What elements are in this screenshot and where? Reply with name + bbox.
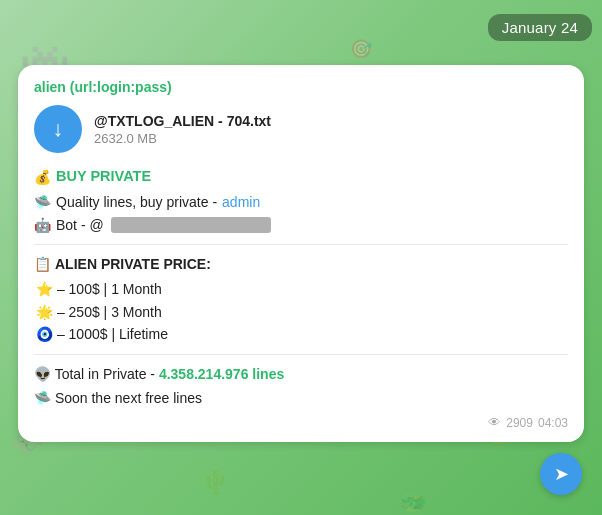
admin-link[interactable]: admin [222, 191, 260, 213]
quality-text: Quality lines, buy private - [56, 191, 217, 213]
soon-icon: 🛸 [34, 390, 51, 406]
bot-label: Bot - @ [56, 214, 104, 236]
price-line-1: ⭐ – 100$ | 1 Month [36, 278, 568, 300]
total-label: Total in Private - [55, 366, 159, 382]
bot-icon: 🤖 [34, 214, 51, 236]
file-size: 2632.0 MB [94, 131, 271, 146]
file-name: @TXTLOG_ALIEN - 704.txt [94, 113, 271, 129]
total-line: 👽 Total in Private - 4.358.214.976 lines [34, 363, 568, 385]
svg-text:🎯: 🎯 [350, 38, 373, 60]
price-section: 📋 ALIEN PRIVATE PRICE: ⭐ – 100$ | 1 Mont… [34, 253, 568, 346]
soon-text: Soon the next free lines [55, 390, 202, 406]
price-line-2: 🌟 – 250$ | 3 Month [36, 301, 568, 323]
buy-private-title: BUY PRIVATE [56, 165, 151, 188]
money-bag-icon: 💰 [34, 166, 51, 188]
total-value: 4.358.214.976 lines [159, 366, 284, 382]
message-card: alien (url:login:pass) ↓ @TXTLOG_ALIEN -… [18, 65, 584, 442]
file-row: ↓ @TXTLOG_ALIEN - 704.txt 2632.0 MB [34, 105, 568, 153]
message-time: 04:03 [538, 416, 568, 430]
notepad-icon: 📋 [34, 253, 51, 275]
svg-text:🐲: 🐲 [400, 489, 428, 515]
sender-name: alien (url:login:pass) [34, 79, 568, 95]
views-count: 2909 [506, 416, 533, 430]
price-line-3: 🧿 – 1000$ | Lifetime [36, 323, 568, 345]
forward-button[interactable]: ➤ [540, 453, 582, 495]
message-footer: 👁 2909 04:03 [34, 415, 568, 430]
satellite-icon: 🛸 [34, 191, 51, 213]
divider-2 [34, 354, 568, 355]
bot-line: 🤖 Bot - @ [34, 214, 568, 236]
quality-line: 🛸 Quality lines, buy private - admin [34, 191, 568, 213]
views-icon: 👁 [488, 415, 501, 430]
soon-line: 🛸 Soon the next free lines [34, 387, 568, 409]
bot-username-blurred [111, 217, 271, 233]
price-title-text: ALIEN PRIVATE PRICE: [55, 253, 211, 275]
divider-1 [34, 244, 568, 245]
file-download-icon[interactable]: ↓ [34, 105, 82, 153]
alien-icon: 👽 [34, 366, 51, 382]
message-content: 💰 BUY PRIVATE 🛸 Quality lines, buy priva… [34, 165, 568, 409]
date-badge: January 24 [488, 14, 592, 41]
file-info: @TXTLOG_ALIEN - 704.txt 2632.0 MB [94, 113, 271, 146]
svg-text:🌵: 🌵 [200, 466, 232, 497]
